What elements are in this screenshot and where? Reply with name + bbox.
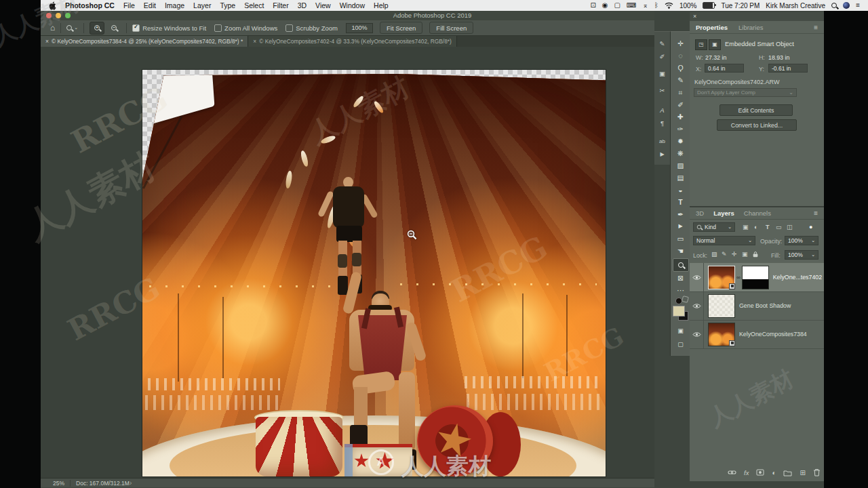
document-tab-inactive[interactable]: × © KelyOneComposites7402-4 @ 33.3% (Kel… [248, 36, 457, 47]
move-tool[interactable]: ✛ [671, 37, 690, 49]
close-panel-icon[interactable]: × [693, 13, 696, 20]
edit-contents-button[interactable]: Edit Contents [719, 104, 793, 116]
edit-toolbar-button[interactable]: ⋯ [671, 284, 690, 296]
filter-shape-layers-icon[interactable]: ▭ [776, 224, 782, 230]
menu-image[interactable]: Image [165, 1, 184, 9]
y-input[interactable]: -0.61 in [768, 64, 808, 73]
menu-filter[interactable]: Filter [273, 1, 288, 9]
panel-menu-icon[interactable]: ≡ [814, 209, 818, 217]
close-tab-icon[interactable]: × [45, 38, 49, 45]
filter-type-layers-icon[interactable]: T [766, 224, 770, 230]
lock-all-icon[interactable] [752, 251, 759, 258]
lasso-tool[interactable]: Ϙ [671, 62, 690, 74]
layer-thumbnail[interactable] [708, 294, 735, 318]
wifi-icon[interactable] [665, 2, 673, 9]
close-tab-icon[interactable]: × [253, 38, 256, 45]
lock-artboard-icon[interactable]: ▣ [742, 251, 748, 258]
close-window-button[interactable] [46, 13, 52, 18]
scrubby-zoom-checkbox[interactable]: Scrubby Zoom [285, 24, 338, 32]
brushes-panel-icon[interactable]: ✐ [654, 50, 670, 63]
eraser-tool[interactable]: ▨ [671, 159, 690, 171]
tab-channels[interactable]: Channels [744, 209, 771, 217]
opacity-input[interactable]: 100% ⌄ [785, 236, 818, 245]
shape-tool[interactable]: ▭ [671, 232, 690, 245]
hand-tool[interactable]: ☚ [671, 245, 690, 257]
gradient-tool[interactable]: ▤ [671, 171, 690, 184]
menu-window[interactable]: Window [340, 1, 365, 9]
layer-name[interactable]: KelyOneComposites7384 [739, 331, 807, 338]
new-group-icon[interactable] [783, 469, 792, 476]
menu-3d[interactable]: 3D [298, 1, 307, 9]
filter-pixel-layers-icon[interactable]: ▣ [743, 224, 749, 230]
mask-link-icon[interactable]: ∞ [736, 274, 741, 281]
menubar-clock[interactable]: Tue 7:20 PM [721, 2, 760, 9]
add-mask-icon[interactable] [756, 468, 764, 476]
crop-tool[interactable]: ⌗ [671, 86, 690, 98]
menu-layer[interactable]: Layer [193, 1, 211, 9]
resize-windows-checkbox[interactable]: Resize Windows to Fit [132, 24, 206, 32]
menubar-user[interactable]: Kirk Marsh Creative [766, 2, 825, 9]
healing-brush-tool[interactable]: ✚ [671, 110, 690, 123]
frame-tool[interactable]: ⊠ [671, 272, 690, 284]
layer-row[interactable]: KelyOneComposites7384 [690, 320, 824, 349]
adjustment-layer-icon[interactable]: ◐ [772, 469, 776, 476]
blend-mode-select[interactable]: Normal ⌄ [693, 236, 755, 245]
path-selection-tool[interactable]: ▶ [671, 220, 690, 232]
status-doc-info[interactable]: Doc: 167.0M/312.1M [76, 480, 130, 487]
filter-kind-select[interactable]: Kind ⌄ [693, 222, 735, 232]
airplay-icon[interactable]: ⌅ [642, 0, 648, 11]
lock-paint-icon[interactable]: ✎ [722, 251, 727, 258]
type-tool[interactable]: T [671, 196, 690, 208]
delete-layer-icon[interactable] [813, 468, 821, 476]
quick-mask-button[interactable]: ▣ [671, 325, 690, 337]
brush-settings-panel-icon[interactable]: ✎ [654, 37, 670, 50]
lock-transparent-icon[interactable]: ▨ [711, 251, 717, 258]
apple-menu[interactable] [49, 1, 56, 10]
menu-help[interactable]: Help [374, 1, 389, 9]
menu-type[interactable]: Type [220, 1, 235, 9]
tab-3d[interactable]: 3D [696, 209, 704, 217]
zoom-window-button[interactable] [65, 13, 71, 18]
layer-comp-select[interactable]: Don't Apply Layer Comp ⌄ [694, 88, 797, 97]
layer-name[interactable]: Gene Boot Shadow [739, 302, 791, 309]
new-layer-icon[interactable]: ⊞ [800, 469, 805, 476]
menu-edit[interactable]: Edit [144, 1, 156, 9]
zoom-tool-selected[interactable] [673, 258, 689, 272]
brush-tool[interactable]: ✑ [671, 123, 690, 135]
zoom-percentage-input[interactable]: 100% [346, 23, 373, 33]
layer-thumbnail[interactable] [708, 323, 735, 346]
canvas-area[interactable] [41, 47, 654, 478]
foreground-color-swatch[interactable] [673, 306, 685, 317]
screen-mode-button[interactable]: ▢ [671, 338, 690, 350]
status-zoom-level[interactable]: 25% [53, 480, 64, 487]
visibility-toggle[interactable] [690, 320, 704, 348]
tool-presets-panel-icon[interactable]: ✂ [654, 84, 670, 97]
menu-app-name[interactable]: Photoshop CC [65, 1, 115, 9]
status-chevron-icon[interactable]: › [130, 479, 132, 487]
filter-adjustment-layers-icon[interactable]: ◐ [754, 224, 757, 230]
zoom-tool-preset[interactable]: ⌄ [66, 25, 78, 30]
menu-select[interactable]: Select [244, 1, 264, 9]
bluetooth-icon[interactable]: ᛒ [654, 0, 658, 11]
sync-icon[interactable]: ◉ [602, 0, 608, 11]
quick-selection-tool[interactable]: ✎ [671, 74, 690, 86]
pen-tool[interactable]: ✒ [671, 208, 690, 220]
lock-position-icon[interactable]: ✛ [732, 251, 737, 258]
x-input[interactable]: 0.64 in [705, 64, 744, 73]
tab-libraries[interactable]: Libraries [738, 24, 763, 31]
fit-screen-button[interactable]: Fit Screen [380, 22, 422, 34]
tab-layers[interactable]: Layers [713, 209, 734, 217]
eyedropper-tool[interactable]: ✐ [671, 98, 690, 110]
layer-row[interactable]: Gene Boot Shadow [690, 291, 824, 321]
paragraph-panel-icon[interactable]: ¶ [654, 117, 670, 129]
home-icon[interactable]: ⌂ [50, 23, 55, 33]
zoom-all-windows-checkbox[interactable]: Zoom All Windows [214, 24, 277, 32]
visibility-toggle[interactable] [690, 263, 704, 291]
minimize-window-button[interactable] [56, 13, 61, 18]
layer-style-icon[interactable]: fx [744, 469, 749, 476]
glyphs-panel-icon[interactable]: ab [654, 135, 670, 148]
convert-to-linked-button[interactable]: Convert to Linked... [717, 119, 797, 131]
fill-input[interactable]: 100% ⌄ [785, 250, 818, 260]
blur-tool[interactable]: ◒ [671, 184, 690, 196]
character-panel-icon[interactable]: A [654, 104, 670, 117]
